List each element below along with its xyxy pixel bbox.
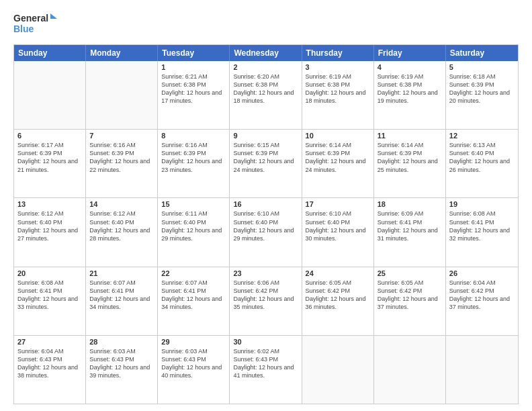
calendar-cell-day-17: 17Sunrise: 6:10 AMSunset: 6:40 PMDayligh…	[302, 198, 374, 266]
day-number: 3	[306, 63, 370, 71]
calendar-cell-day-14: 14Sunrise: 6:12 AMSunset: 6:40 PMDayligh…	[86, 198, 158, 266]
calendar-cell-day-4: 4Sunrise: 6:19 AMSunset: 6:38 PMDaylight…	[374, 61, 446, 129]
day-number: 8	[161, 132, 226, 140]
day-number: 7	[89, 132, 154, 140]
day-number: 22	[161, 269, 226, 277]
day-info: Sunrise: 6:06 AMSunset: 6:42 PMDaylight:…	[233, 279, 298, 312]
day-info: Sunrise: 6:19 AMSunset: 6:38 PMDaylight:…	[306, 73, 370, 105]
day-number: 15	[161, 200, 226, 208]
calendar-cell-empty	[14, 61, 86, 129]
day-number: 4	[378, 63, 442, 71]
day-info: Sunrise: 6:03 AMSunset: 6:43 PMDaylight:…	[89, 347, 154, 380]
day-info: Sunrise: 6:13 AMSunset: 6:40 PMDaylight:…	[449, 141, 515, 174]
calendar-cell-day-19: 19Sunrise: 6:08 AMSunset: 6:41 PMDayligh…	[446, 198, 518, 266]
day-number: 27	[17, 338, 82, 346]
day-info: Sunrise: 6:03 AMSunset: 6:43 PMDaylight:…	[161, 347, 226, 380]
calendar-cell-day-30: 30Sunrise: 6:02 AMSunset: 6:43 PMDayligh…	[230, 336, 302, 404]
day-number: 10	[306, 132, 370, 140]
day-info: Sunrise: 6:14 AMSunset: 6:39 PMDaylight:…	[306, 141, 370, 174]
calendar-cell-day-3: 3Sunrise: 6:19 AMSunset: 6:38 PMDaylight…	[302, 61, 374, 129]
day-info: Sunrise: 6:10 AMSunset: 6:40 PMDaylight:…	[306, 210, 370, 242]
calendar-week-3: 13Sunrise: 6:12 AMSunset: 6:40 PMDayligh…	[14, 198, 518, 267]
day-number: 24	[306, 269, 370, 277]
calendar-cell-day-20: 20Sunrise: 6:08 AMSunset: 6:41 PMDayligh…	[14, 267, 86, 335]
day-number: 5	[449, 63, 515, 71]
calendar-cell-day-7: 7Sunrise: 6:16 AMSunset: 6:39 PMDaylight…	[86, 130, 158, 197]
calendar-cell-day-2: 2Sunrise: 6:20 AMSunset: 6:38 PMDaylight…	[230, 61, 302, 129]
calendar-cell-day-16: 16Sunrise: 6:10 AMSunset: 6:40 PMDayligh…	[230, 198, 302, 266]
calendar-cell-day-9: 9Sunrise: 6:15 AMSunset: 6:39 PMDaylight…	[230, 130, 302, 197]
calendar-cell-day-10: 10Sunrise: 6:14 AMSunset: 6:39 PMDayligh…	[302, 130, 374, 197]
calendar-header-cell: Thursday	[302, 45, 374, 61]
calendar-cell-day-23: 23Sunrise: 6:06 AMSunset: 6:42 PMDayligh…	[230, 267, 302, 335]
calendar-cell-day-5: 5Sunrise: 6:18 AMSunset: 6:39 PMDaylight…	[446, 61, 518, 129]
calendar-header-cell: Tuesday	[158, 45, 230, 61]
header: GeneralBlue	[13, 11, 519, 38]
day-number: 19	[449, 200, 515, 208]
day-number: 29	[161, 338, 226, 346]
svg-text:Blue: Blue	[13, 24, 34, 34]
calendar-cell-empty	[86, 61, 158, 129]
calendar-cell-day-25: 25Sunrise: 6:05 AMSunset: 6:42 PMDayligh…	[374, 267, 446, 335]
day-number: 9	[233, 132, 298, 140]
svg-marker-2	[50, 13, 57, 19]
day-info: Sunrise: 6:08 AMSunset: 6:41 PMDaylight:…	[449, 210, 515, 242]
day-info: Sunrise: 6:11 AMSunset: 6:40 PMDaylight:…	[161, 210, 226, 242]
calendar-cell-day-1: 1Sunrise: 6:21 AMSunset: 6:38 PMDaylight…	[158, 61, 230, 129]
calendar-header-cell: Saturday	[446, 45, 518, 61]
day-number: 1	[161, 63, 226, 71]
day-number: 28	[89, 338, 154, 346]
calendar-week-2: 6Sunrise: 6:17 AMSunset: 6:39 PMDaylight…	[14, 130, 518, 198]
calendar-cell-day-26: 26Sunrise: 6:04 AMSunset: 6:42 PMDayligh…	[446, 267, 518, 335]
calendar-cell-day-28: 28Sunrise: 6:03 AMSunset: 6:43 PMDayligh…	[86, 336, 158, 404]
svg-text:General: General	[13, 13, 48, 24]
day-number: 20	[17, 269, 82, 277]
calendar-cell-day-21: 21Sunrise: 6:07 AMSunset: 6:41 PMDayligh…	[86, 267, 158, 335]
calendar-week-1: 1Sunrise: 6:21 AMSunset: 6:38 PMDaylight…	[14, 61, 518, 130]
day-info: Sunrise: 6:10 AMSunset: 6:40 PMDaylight:…	[233, 210, 298, 242]
day-info: Sunrise: 6:09 AMSunset: 6:41 PMDaylight:…	[378, 210, 442, 242]
calendar-cell-empty	[446, 336, 518, 404]
calendar-body: 1Sunrise: 6:21 AMSunset: 6:38 PMDaylight…	[14, 61, 518, 404]
logo-icon: GeneralBlue	[13, 11, 60, 38]
calendar-header-cell: Monday	[86, 45, 158, 61]
calendar-cell-day-27: 27Sunrise: 6:04 AMSunset: 6:43 PMDayligh…	[14, 336, 86, 404]
day-number: 16	[233, 200, 298, 208]
day-info: Sunrise: 6:05 AMSunset: 6:42 PMDaylight:…	[306, 279, 370, 312]
day-number: 23	[233, 269, 298, 277]
day-number: 26	[449, 269, 515, 277]
calendar-header-cell: Friday	[374, 45, 446, 61]
day-info: Sunrise: 6:04 AMSunset: 6:42 PMDaylight:…	[449, 279, 515, 312]
calendar-week-4: 20Sunrise: 6:08 AMSunset: 6:41 PMDayligh…	[14, 267, 518, 336]
day-info: Sunrise: 6:07 AMSunset: 6:41 PMDaylight:…	[161, 279, 226, 312]
day-info: Sunrise: 6:04 AMSunset: 6:43 PMDaylight:…	[17, 347, 82, 380]
calendar-cell-day-6: 6Sunrise: 6:17 AMSunset: 6:39 PMDaylight…	[14, 130, 86, 197]
calendar-header-cell: Wednesday	[230, 45, 302, 61]
day-number: 21	[89, 269, 154, 277]
day-info: Sunrise: 6:20 AMSunset: 6:38 PMDaylight:…	[233, 73, 298, 105]
day-info: Sunrise: 6:19 AMSunset: 6:38 PMDaylight:…	[378, 73, 442, 105]
calendar-header-cell: Sunday	[14, 45, 86, 61]
day-info: Sunrise: 6:02 AMSunset: 6:43 PMDaylight:…	[233, 347, 298, 380]
day-info: Sunrise: 6:21 AMSunset: 6:38 PMDaylight:…	[161, 73, 226, 105]
calendar-cell-day-13: 13Sunrise: 6:12 AMSunset: 6:40 PMDayligh…	[14, 198, 86, 266]
day-info: Sunrise: 6:12 AMSunset: 6:40 PMDaylight:…	[89, 210, 154, 242]
day-info: Sunrise: 6:08 AMSunset: 6:41 PMDaylight:…	[17, 279, 82, 312]
day-number: 14	[89, 200, 154, 208]
day-info: Sunrise: 6:18 AMSunset: 6:39 PMDaylight:…	[449, 73, 515, 105]
calendar-cell-empty	[374, 336, 446, 404]
calendar-cell-day-15: 15Sunrise: 6:11 AMSunset: 6:40 PMDayligh…	[158, 198, 230, 266]
calendar-cell-day-8: 8Sunrise: 6:16 AMSunset: 6:39 PMDaylight…	[158, 130, 230, 197]
calendar-week-5: 27Sunrise: 6:04 AMSunset: 6:43 PMDayligh…	[14, 336, 518, 404]
day-number: 25	[378, 269, 442, 277]
day-info: Sunrise: 6:15 AMSunset: 6:39 PMDaylight:…	[233, 141, 298, 174]
calendar-cell-day-18: 18Sunrise: 6:09 AMSunset: 6:41 PMDayligh…	[374, 198, 446, 266]
calendar-cell-day-22: 22Sunrise: 6:07 AMSunset: 6:41 PMDayligh…	[158, 267, 230, 335]
calendar-cell-day-12: 12Sunrise: 6:13 AMSunset: 6:40 PMDayligh…	[446, 130, 518, 197]
logo: GeneralBlue	[13, 11, 60, 38]
day-info: Sunrise: 6:12 AMSunset: 6:40 PMDaylight:…	[17, 210, 82, 242]
calendar-cell-day-11: 11Sunrise: 6:14 AMSunset: 6:39 PMDayligh…	[374, 130, 446, 197]
calendar-cell-day-29: 29Sunrise: 6:03 AMSunset: 6:43 PMDayligh…	[158, 336, 230, 404]
day-info: Sunrise: 6:07 AMSunset: 6:41 PMDaylight:…	[89, 279, 154, 312]
day-number: 30	[233, 338, 298, 346]
